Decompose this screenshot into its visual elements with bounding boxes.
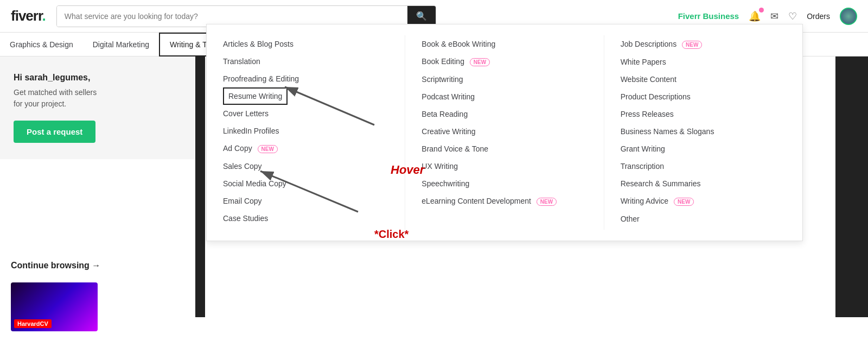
dropdown-item-emailcopy[interactable]: Email Copy	[223, 192, 388, 210]
dropdown-item-casestudies[interactable]: Case Studies	[223, 210, 388, 227]
dropdown-item-pressreleases[interactable]: Press Releases	[621, 105, 786, 123]
new-badge-writingadvice: NEW	[674, 198, 694, 206]
dropdown-item-adcopy[interactable]: Ad Copy NEW	[223, 140, 388, 158]
thumbnail[interactable]: HarvardCV	[11, 282, 98, 331]
logo-text: fiverr	[11, 8, 42, 24]
dropdown-item-ux[interactable]: UX Writing	[422, 158, 587, 175]
notification-badge	[759, 8, 764, 12]
dropdown-item-betareading[interactable]: Beta Reading	[422, 105, 587, 123]
left-black-bar	[195, 56, 205, 317]
dropdown-item-businessnames[interactable]: Business Names & Slogans	[621, 123, 786, 140]
orders-link[interactable]: Orders	[807, 12, 830, 21]
new-badge-adcopy: NEW	[258, 145, 278, 153]
new-badge-bookediting: NEW	[470, 58, 490, 66]
dropdown-item-creative[interactable]: Creative Writing	[422, 123, 587, 140]
dropdown-item-book[interactable]: Book & eBook Writing	[422, 35, 587, 53]
post-request-button[interactable]: Post a request	[14, 121, 95, 143]
continue-browsing-label: Continue browsing →	[11, 261, 100, 270]
dropdown-item-jobdesc[interactable]: Job Descriptions NEW	[621, 35, 786, 53]
dropdown-item-podcast[interactable]: Podcast Writing	[422, 88, 587, 105]
avatar[interactable]	[840, 8, 857, 25]
dropdown-item-brand[interactable]: Brand Voice & Tone	[422, 140, 587, 158]
dropdown-col-1: Articles & Blog Posts Translation Proofr…	[207, 35, 405, 230]
new-badge-jobdesc: NEW	[682, 41, 702, 49]
logo-dot: .	[42, 8, 46, 24]
dropdown-item-bookediting[interactable]: Book Editing NEW	[422, 53, 587, 71]
dropdown-item-proofreading[interactable]: Proofreading & Editing	[223, 70, 388, 87]
dropdown-item-other[interactable]: Other	[621, 210, 786, 228]
search-input[interactable]	[57, 6, 407, 27]
right-black-bar	[835, 56, 868, 317]
thumbnail-label: HarvardCV	[14, 319, 52, 328]
notification-icon[interactable]: 🔔	[749, 10, 761, 22]
dropdown-item-cover[interactable]: Cover Letters	[223, 105, 388, 122]
dropdown-item-articles[interactable]: Articles & Blog Posts	[223, 35, 388, 53]
dropdown-col-2: Book & eBook Writing Book Editing NEW Sc…	[405, 35, 604, 230]
dropdown-col-3: Job Descriptions NEW White Papers Websit…	[604, 35, 802, 230]
dropdown-item-elearning[interactable]: eLearning Content Development NEW	[422, 192, 587, 210]
greeting-text: Hi sarah_legumes,	[14, 73, 187, 83]
dropdown-menu: Articles & Blog Posts Translation Proofr…	[206, 24, 803, 241]
dropdown-item-socialcopy[interactable]: Social Media Copy	[223, 175, 388, 192]
left-panel: Hi sarah_legumes, Get matched with selle…	[0, 56, 201, 159]
dropdown-item-resume[interactable]: Resume Writing	[223, 87, 288, 105]
dropdown-item-translation[interactable]: Translation	[223, 53, 388, 70]
dropdown-item-grantwriting[interactable]: Grant Writing	[621, 140, 786, 158]
dropdown-item-productdesc[interactable]: Product Descriptions	[621, 88, 786, 105]
favorites-icon[interactable]: ♡	[788, 10, 797, 22]
new-badge-elearning: NEW	[537, 198, 557, 206]
dropdown-item-scriptwriting[interactable]: Scriptwriting	[422, 71, 587, 88]
logo[interactable]: fiverr.	[11, 8, 46, 24]
search-button[interactable]: 🔍	[407, 6, 436, 27]
fiverr-business-link[interactable]: Fiverr Business	[678, 11, 739, 21]
dropdown-item-transcription[interactable]: Transcription	[621, 158, 786, 175]
dropdown-item-salescopy[interactable]: Sales Copy	[223, 158, 388, 175]
nav-item-graphics[interactable]: Graphics & Design	[0, 33, 83, 56]
page-wrapper: fiverr. 🔍 Fiverr Business 🔔 ✉ ♡ Orders G…	[0, 0, 868, 340]
dropdown-item-writingadvice[interactable]: Writing Advice NEW	[621, 192, 786, 210]
greeting-sub-text: Get matched with sellersfor your project…	[14, 87, 187, 110]
nav-item-digital-marketing[interactable]: Digital Marketing	[83, 33, 159, 56]
dropdown-item-webcontent[interactable]: Website Content	[621, 71, 786, 88]
dropdown-item-speech[interactable]: Speechwriting	[422, 175, 587, 192]
dropdown-item-whitepapers[interactable]: White Papers	[621, 53, 786, 71]
header-right: Fiverr Business 🔔 ✉ ♡ Orders	[678, 8, 857, 25]
dropdown-item-research[interactable]: Research & Summaries	[621, 175, 786, 192]
dropdown-item-linkedin[interactable]: LinkedIn Profiles	[223, 122, 388, 140]
message-icon[interactable]: ✉	[770, 10, 778, 22]
